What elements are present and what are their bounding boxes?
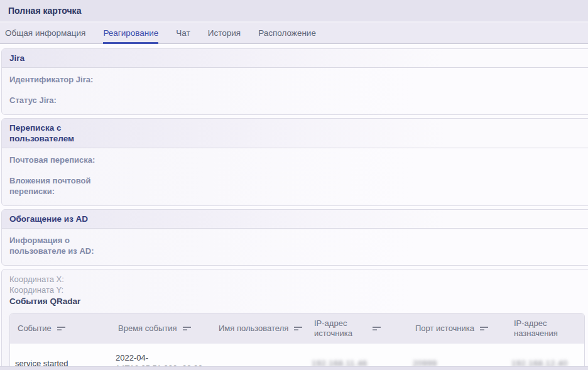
- section-ad-enrichment-body: Информация о пользователе из AD:: [2, 229, 588, 265]
- qradar-events-title: События QRadar: [9, 296, 584, 307]
- tab-location[interactable]: Расположение: [258, 23, 316, 44]
- column-header-username[interactable]: Имя пользователя: [211, 313, 307, 344]
- sort-icon[interactable]: [57, 326, 66, 332]
- page-title: Полная карточка: [8, 6, 81, 16]
- section-jira: Jira Идентификатор Jira: Статус Jira:: [1, 48, 588, 115]
- field-mail-correspondence: Почтовая переписка:: [9, 155, 584, 165]
- section-user-correspondence-body: Почтовая переписка: Вложения почтовой пе…: [2, 148, 588, 205]
- tab-history[interactable]: История: [208, 23, 241, 44]
- coordinates-block: Координата X: Координата Y: События QRad…: [2, 269, 588, 307]
- coordinate-x-label: Координата X:: [9, 275, 584, 285]
- section-ad-enrichment: Обогащение из AD Информация о пользовате…: [1, 209, 588, 266]
- qradar-events-table: Событие Время события Имя пользователя I…: [10, 313, 584, 370]
- column-header-event-time[interactable]: Время события: [111, 313, 211, 344]
- field-label: Почтовая переписка:: [9, 155, 95, 165]
- section-ad-enrichment-header: Обогащение из AD: [2, 210, 588, 229]
- field-ad-user-info: Информация о пользователе из AD:: [9, 235, 584, 256]
- card-title-bar: Полная карточка: [0, 0, 588, 23]
- section-user-correspondence: Переписка с пользователем Почтовая переп…: [1, 118, 588, 206]
- section-jira-body: Идентификатор Jira: Статус Jira:: [2, 68, 588, 114]
- table-header-row: Событие Время события Имя пользователя I…: [10, 313, 584, 344]
- column-header-destination-ip[interactable]: IP-адрес назначения: [506, 313, 584, 344]
- column-header-source-ip[interactable]: IP-адрес источника: [307, 313, 408, 344]
- sort-icon[interactable]: [294, 326, 303, 332]
- column-header-source-port[interactable]: Порт источника: [408, 313, 506, 344]
- section-title: Переписка с пользователем: [9, 122, 113, 144]
- section-qradar-events: Координата X: Координата Y: События QRad…: [1, 269, 588, 370]
- sort-icon[interactable]: [480, 326, 489, 332]
- field-mail-attachments: Вложения почтовой переписки:: [9, 175, 584, 197]
- tab-general-info[interactable]: Общая информация: [5, 23, 85, 44]
- section-title: Обогащение из AD: [9, 214, 88, 224]
- field-label: Статус Jira:: [9, 95, 57, 106]
- coordinate-y-label: Координата Y:: [9, 285, 584, 296]
- tab-chat[interactable]: Чат: [176, 23, 190, 44]
- section-user-correspondence-header: Переписка с пользователем: [2, 119, 588, 148]
- response-tab-content: Jira Идентификатор Jira: Статус Jira: Пе…: [0, 44, 588, 370]
- bottom-cutoff-strip: [0, 366, 588, 370]
- field-label: Вложения почтовой переписки:: [9, 175, 109, 197]
- field-jira-id: Идентификатор Jira:: [9, 74, 584, 85]
- section-jira-header: Jira: [2, 49, 588, 68]
- tab-bar: Общая информация Реагирование Чат Истори…: [0, 23, 588, 44]
- qradar-events-table-box: Событие Время события Имя пользователя I…: [9, 313, 585, 370]
- sort-icon[interactable]: [373, 326, 381, 332]
- column-header-event[interactable]: Событие: [10, 313, 111, 344]
- field-jira-status: Статус Jira:: [9, 95, 584, 106]
- sort-icon[interactable]: [183, 326, 192, 332]
- field-label: Идентификатор Jira:: [9, 74, 93, 85]
- section-title: Jira: [9, 53, 24, 63]
- tab-response[interactable]: Реагирование: [103, 23, 158, 44]
- field-label: Информация о пользователе из AD:: [9, 235, 109, 256]
